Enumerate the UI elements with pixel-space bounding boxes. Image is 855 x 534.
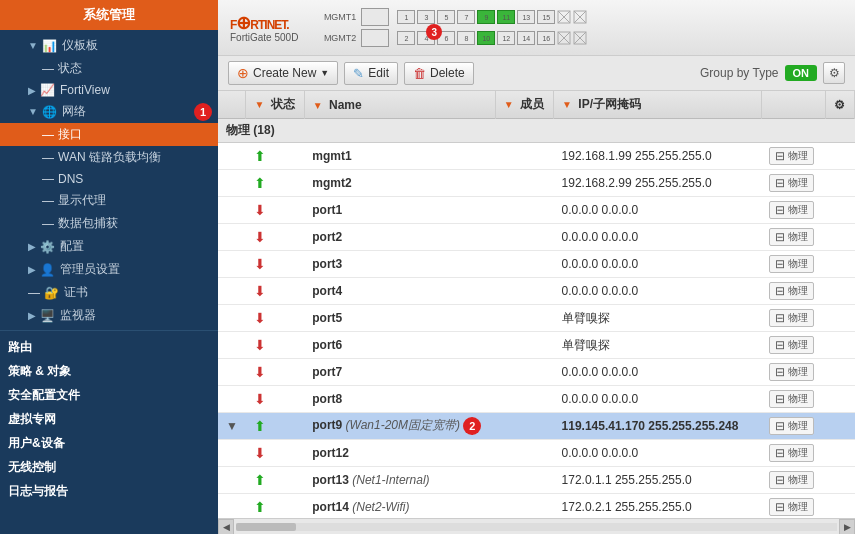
row-gear-mgmt1[interactable]: [826, 143, 855, 170]
row-expand-mgmt2[interactable]: [218, 170, 246, 197]
row-gear-port14[interactable]: [826, 494, 855, 519]
sidebar-section-log[interactable]: 日志与报告: [0, 478, 218, 502]
sidebar-item-wan-lb[interactable]: — WAN 链路负载均衡: [0, 146, 218, 169]
table-row[interactable]: ⬇port20.0.0.0 0.0.0.0⊟物理: [218, 224, 855, 251]
sidebar-item-fortiview[interactable]: ▶ 📈 FortiView: [0, 80, 218, 100]
row-expand-port3[interactable]: [218, 251, 246, 278]
sidebar-item-config[interactable]: ▶ ⚙️ 配置: [0, 235, 218, 258]
row-gear-port3[interactable]: [826, 251, 855, 278]
row-expand-port14[interactable]: [218, 494, 246, 519]
th-name[interactable]: ▼ Name: [304, 91, 495, 119]
table-container[interactable]: ▼ 状态 ▼ Name ▼ 成员 ▼ IP/子网掩码: [218, 91, 855, 518]
sidebar-item-admin[interactable]: ▶ 👤 管理员设置: [0, 258, 218, 281]
sidebar-section-vpn[interactable]: 虚拟专网: [0, 406, 218, 430]
row-expand-port7[interactable]: [218, 359, 246, 386]
row-gear-port4[interactable]: [826, 278, 855, 305]
table-row[interactable]: ⬇port6单臂嗅探⊟物理: [218, 332, 855, 359]
port-5[interactable]: 5: [437, 10, 455, 24]
row-name-port2[interactable]: port2: [304, 224, 495, 251]
row-gear-port12[interactable]: [826, 440, 855, 467]
sidebar-item-packet-capture[interactable]: — 数据包捕获: [0, 212, 218, 235]
row-name-port6[interactable]: port6: [304, 332, 495, 359]
table-row[interactable]: ⬆port13 (Net1-Internal)172.0.1.1 255.255…: [218, 467, 855, 494]
table-row[interactable]: ⬇port10.0.0.0 0.0.0.0⊟物理: [218, 197, 855, 224]
port-7[interactable]: 7: [457, 10, 475, 24]
row-name-port14[interactable]: port14 (Net2-Wifi): [304, 494, 495, 519]
group-by-type-toggle[interactable]: ON: [785, 65, 818, 81]
row-expand-port6[interactable]: [218, 332, 246, 359]
row-expand-port12[interactable]: [218, 440, 246, 467]
delete-button[interactable]: 🗑 Delete: [404, 62, 474, 85]
port-12[interactable]: 12: [497, 31, 515, 45]
row-expand-port2[interactable]: [218, 224, 246, 251]
row-name-port12[interactable]: port12: [304, 440, 495, 467]
row-name-mgmt2[interactable]: mgmt2: [304, 170, 495, 197]
row-name-port9[interactable]: port9 (Wan1-20M固定宽带) 2: [304, 413, 495, 440]
sidebar-item-cert[interactable]: — 🔐 证书: [0, 281, 218, 304]
sidebar-item-monitor[interactable]: ▶ 🖥️ 监视器: [0, 304, 218, 327]
port-8[interactable]: 8: [457, 31, 475, 45]
row-expand-port9[interactable]: ▼: [218, 413, 246, 440]
port-3[interactable]: 3: [417, 10, 435, 24]
row-gear-port2[interactable]: [826, 224, 855, 251]
port-11[interactable]: 11: [497, 10, 515, 24]
table-row[interactable]: ⬇port5单臂嗅探⊟物理: [218, 305, 855, 332]
row-gear-mgmt2[interactable]: [826, 170, 855, 197]
row-gear-port6[interactable]: [826, 332, 855, 359]
port-1[interactable]: 1: [397, 10, 415, 24]
row-name-port4[interactable]: port4: [304, 278, 495, 305]
row-name-port5[interactable]: port5: [304, 305, 495, 332]
table-row[interactable]: ⬆mgmt2192.168.2.99 255.255.255.0⊟物理: [218, 170, 855, 197]
row-expand-port1[interactable]: [218, 197, 246, 224]
sidebar-item-display-proxy[interactable]: — 显示代理: [0, 189, 218, 212]
row-gear-port8[interactable]: [826, 386, 855, 413]
bottom-scrollbar[interactable]: ◀ ▶: [218, 518, 855, 534]
row-name-port13[interactable]: port13 (Net1-Internal): [304, 467, 495, 494]
table-row[interactable]: ⬆port14 (Net2-Wifi)172.0.2.1 255.255.255…: [218, 494, 855, 519]
create-new-button[interactable]: ⊕ Create New ▼: [228, 61, 338, 85]
sidebar-section-wifi[interactable]: 无线控制: [0, 454, 218, 478]
port-mgmt1[interactable]: [361, 8, 389, 26]
row-gear-port5[interactable]: [826, 305, 855, 332]
row-name-mgmt1[interactable]: mgmt1: [304, 143, 495, 170]
row-gear-port1[interactable]: [826, 197, 855, 224]
sidebar-item-dns[interactable]: — DNS: [0, 169, 218, 189]
scroll-thumb[interactable]: [236, 523, 296, 531]
row-name-port7[interactable]: port7: [304, 359, 495, 386]
row-name-port1[interactable]: port1: [304, 197, 495, 224]
th-ip[interactable]: ▼ IP/子网掩码: [554, 91, 762, 119]
port-13[interactable]: 13: [517, 10, 535, 24]
port-10[interactable]: 10: [477, 31, 495, 45]
row-name-port3[interactable]: port3: [304, 251, 495, 278]
table-row[interactable]: ⬇port80.0.0.0 0.0.0.0⊟物理: [218, 386, 855, 413]
sidebar-section-user[interactable]: 用户&设备: [0, 430, 218, 454]
sidebar-section-routing[interactable]: 路由: [0, 334, 218, 358]
row-expand-port5[interactable]: [218, 305, 246, 332]
port-2[interactable]: 2: [397, 31, 415, 45]
th-member[interactable]: ▼ 成员: [495, 91, 553, 119]
row-gear-port9[interactable]: [826, 413, 855, 440]
sidebar-item-status[interactable]: — 状态: [0, 57, 218, 80]
table-row[interactable]: ▼⬆port9 (Wan1-20M固定宽带) 2119.145.41.170 2…: [218, 413, 855, 440]
port-4[interactable]: 4 3: [417, 31, 435, 45]
port-9[interactable]: 9: [477, 10, 495, 24]
table-row[interactable]: ⬇port120.0.0.0 0.0.0.0⊟物理: [218, 440, 855, 467]
row-name-port8[interactable]: port8: [304, 386, 495, 413]
sidebar-item-interface[interactable]: — 接口: [0, 123, 218, 146]
row-expand-port4[interactable]: [218, 278, 246, 305]
sidebar-section-policy[interactable]: 策略 & 对象: [0, 358, 218, 382]
scroll-track[interactable]: [236, 523, 837, 531]
row-expand-port13[interactable]: [218, 467, 246, 494]
row-gear-port7[interactable]: [826, 359, 855, 386]
table-row[interactable]: ⬇port40.0.0.0 0.0.0.0⊟物理: [218, 278, 855, 305]
th-status[interactable]: ▼ 状态: [246, 91, 304, 119]
port-16[interactable]: 16: [537, 31, 555, 45]
sidebar-item-network[interactable]: ▼ 🌐 网络 1: [0, 100, 218, 123]
row-expand-mgmt1[interactable]: [218, 143, 246, 170]
sidebar-item-dashboard[interactable]: ▼ 📊 仪板板: [0, 34, 218, 57]
scroll-right-button[interactable]: ▶: [839, 519, 855, 535]
table-row[interactable]: ⬇port30.0.0.0 0.0.0.0⊟物理: [218, 251, 855, 278]
th-gear[interactable]: ⚙: [826, 91, 855, 119]
port-mgmt2[interactable]: [361, 29, 389, 47]
settings-button[interactable]: ⚙: [823, 62, 845, 84]
